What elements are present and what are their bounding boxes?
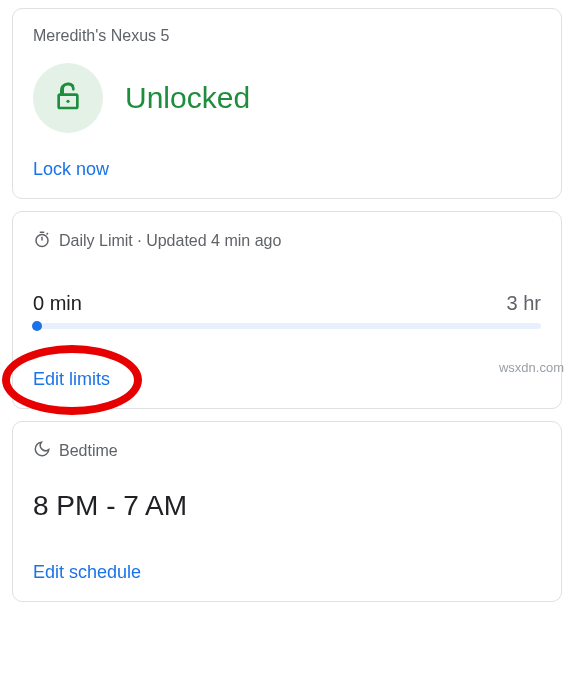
device-name: Meredith's Nexus 5: [33, 27, 541, 45]
progress-indicator: [32, 321, 42, 331]
current-usage: 0 min: [33, 292, 82, 315]
device-status-card: Meredith's Nexus 5 Unlocked Lock now: [12, 8, 562, 199]
daily-limit-card: Daily Limit · Updated 4 min ago 0 min 3 …: [12, 211, 562, 409]
lock-status-icon-bg: [33, 63, 103, 133]
edit-limits-wrapper: Edit limits: [33, 369, 110, 390]
watermark: wsxdn.com: [499, 360, 564, 375]
usage-progress-bar: [33, 323, 541, 329]
status-row: Unlocked: [33, 63, 541, 133]
svg-line-5: [47, 233, 49, 235]
svg-point-1: [66, 100, 69, 103]
bedtime-range: 8 PM - 7 AM: [33, 490, 541, 522]
bedtime-card: Bedtime 8 PM - 7 AM Edit schedule: [12, 421, 562, 602]
daily-limit-header: Daily Limit · Updated 4 min ago: [33, 230, 541, 252]
updated-text: Updated 4 min ago: [146, 232, 281, 249]
usage-row: 0 min 3 hr: [33, 292, 541, 315]
daily-limit-label: Daily Limit: [59, 232, 133, 249]
edit-schedule-button[interactable]: Edit schedule: [33, 562, 541, 583]
unlocked-icon: [52, 80, 84, 116]
bedtime-label: Bedtime: [59, 442, 118, 460]
stopwatch-icon: [33, 230, 51, 252]
limit-value: 3 hr: [507, 292, 541, 315]
bedtime-header: Bedtime: [33, 440, 541, 462]
moon-icon: [33, 440, 51, 462]
lock-status-label: Unlocked: [125, 81, 250, 115]
lock-now-button[interactable]: Lock now: [33, 159, 541, 180]
edit-limits-button[interactable]: Edit limits: [33, 369, 110, 389]
